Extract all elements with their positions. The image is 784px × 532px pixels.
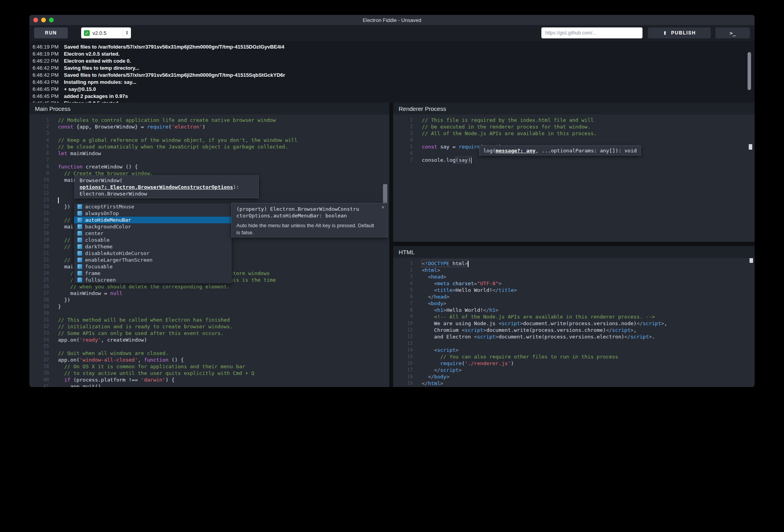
code-line: 18 </body> [393, 373, 755, 380]
text-cursor [471, 157, 472, 163]
line-number: 27 [29, 290, 49, 297]
console-lines: 6:46:19 PMSaved files to /var/folders/57… [33, 43, 755, 103]
line-number: 29 [29, 303, 49, 310]
code-line: 15 // You can also require other files t… [393, 353, 755, 360]
line-number: 3 [29, 130, 49, 137]
line-number: 9 [393, 313, 413, 320]
html-editor[interactable]: 1<!DOCTYPE html>2<html>3 <head>4 <meta c… [393, 258, 755, 387]
code-line: 2<html> [393, 267, 755, 273]
line-number: 7 [393, 300, 413, 307]
code-line: 16 require('./renderer.js') [393, 360, 755, 367]
property-icon [77, 257, 82, 262]
code-line: 9 <!-- All of the Node.js APIs are avail… [393, 313, 755, 320]
select-arrows-icon: ▲▼ [123, 29, 131, 37]
editors-area: Main Process 1// Modules to control appl… [29, 103, 755, 387]
code-line: 27 mainWindow = null [29, 290, 389, 297]
code-line: 3 <head> [393, 273, 755, 280]
doc-code-line-1: (property) Electron.BrowserWindowConstru [236, 206, 383, 212]
code-line: 8 <h1>Hello World!</h1> [393, 307, 755, 313]
console-line: 6:46:45 PMElectron v2.0.5 started. [33, 100, 755, 103]
code-line: 29} [29, 303, 389, 310]
checkbox-icon: ✓ [84, 30, 90, 36]
doc-tooltip-code: (property) Electron.BrowserWindowConstru… [236, 206, 383, 219]
code-line: 39 // to stay active until the user quit… [29, 370, 389, 376]
signature-line-2: options?: Electron.BrowserWindowConstruc… [80, 184, 258, 190]
property-icon [77, 224, 82, 229]
code-line: 36// Quit when all windows are closed. [29, 350, 389, 356]
suggest-item-label: disableAutoHideCursor [85, 250, 149, 256]
suggest-item[interactable]: center [74, 230, 232, 237]
suggest-item[interactable]: closable [74, 237, 232, 243]
console-timestamp: 6:46:45 PM [33, 86, 64, 93]
console-line: 6:46:19 PMElectron v2.0.5 started. [33, 51, 755, 58]
property-icon [77, 251, 82, 256]
console-line: 6:46:19 PMSaved files to /var/folders/57… [33, 43, 755, 51]
suggest-item[interactable]: frame [74, 270, 232, 277]
doc-code-line-2: ctorOptions.autoHideMenuBar: boolean [236, 212, 383, 219]
code-line: 31// This method will be called when Ele… [29, 317, 389, 323]
window-title: Electron Fiddle - Unsaved [363, 17, 421, 23]
line-number: 35 [29, 343, 49, 350]
line-number: 30 [29, 310, 49, 317]
line-number: 13 [29, 197, 49, 203]
code-line: 19</html> [393, 380, 755, 387]
console-message: + say@0.15.0 [64, 86, 96, 93]
autocomplete-doc-tooltip: (property) Electron.BrowserWindowConstru… [231, 203, 388, 237]
suggest-item[interactable]: alwaysOnTop [74, 210, 232, 217]
code-line: 6 </head> [393, 293, 755, 300]
property-icon [77, 271, 82, 276]
line-number: 10 [29, 177, 49, 183]
close-window-button[interactable] [33, 18, 38, 22]
run-button[interactable]: RUN [34, 27, 68, 38]
console-message: Installing npm modules: say... [64, 79, 136, 86]
line-number: 8 [29, 163, 49, 170]
gist-url-input[interactable] [541, 27, 642, 38]
property-icon [77, 211, 82, 216]
console-scrollbar[interactable] [748, 52, 751, 90]
signature-after-param: ): [233, 184, 239, 190]
publish-label: PUBLISH [671, 30, 696, 36]
code-line: 17 </script> [393, 367, 755, 373]
zoom-window-button[interactable] [49, 18, 54, 22]
version-select[interactable]: ✓ v2.0.5 ▲▼ [81, 27, 131, 38]
suggest-item[interactable]: focusable [74, 263, 232, 270]
suggest-item[interactable]: darkTheme [74, 243, 232, 250]
code-line: 7 <body> [393, 300, 755, 307]
line-number: 32 [29, 323, 49, 330]
line-number: 17 [393, 367, 413, 373]
property-icon [77, 264, 82, 269]
code-line: 7console.log(say) [393, 157, 755, 163]
renderer-process-pane: Renderer Process 1// This file is requir… [393, 103, 755, 242]
line-number: 4 [393, 137, 413, 143]
line-number: 12 [393, 333, 413, 340]
console-toggle-button[interactable]: >_ [715, 27, 750, 38]
line-number: 38 [29, 363, 49, 370]
line-number: 1 [29, 117, 49, 123]
suggest-item-label: backgroundColor [85, 224, 131, 230]
suggest-item-label: closable [85, 237, 110, 243]
line-number: 19 [393, 380, 413, 387]
suggest-item[interactable]: fullscreen [74, 277, 232, 283]
property-icon [77, 204, 82, 209]
publish-button[interactable]: ⬆ PUBLISH [648, 27, 711, 38]
line-number: 28 [29, 297, 49, 303]
code-line: 2// be executed in the renderer process … [393, 123, 755, 130]
close-icon[interactable]: × [381, 204, 385, 210]
minimize-window-button[interactable] [41, 18, 46, 22]
line-number: 39 [29, 370, 49, 376]
console-timestamp: 6:46:45 PM [33, 100, 64, 103]
suggest-item[interactable]: autoHideMenuBar [74, 217, 232, 223]
main-pane-title: Main Process [35, 105, 71, 112]
console-timestamp: 6:46:42 PM [33, 65, 64, 72]
suggest-item[interactable]: backgroundColor [74, 223, 232, 230]
suggest-item[interactable]: disableAutoHideCursor [74, 250, 232, 257]
suggest-item[interactable]: enableLargerThanScreen [74, 257, 232, 263]
upload-icon: ⬆ [663, 30, 668, 36]
line-number: 24 [29, 270, 49, 277]
console-line: 6:46:22 PMElectron exited with code 0. [33, 58, 755, 65]
line-number: 10 [393, 320, 413, 327]
code-line: 14 <script> [393, 347, 755, 353]
suggest-item[interactable]: acceptFirstMouse [74, 203, 232, 210]
hover-tooltip: log(message?: any, ...optionalParams: an… [479, 145, 641, 156]
renderer-process-editor[interactable]: 1// This file is required by the index.h… [393, 114, 755, 163]
